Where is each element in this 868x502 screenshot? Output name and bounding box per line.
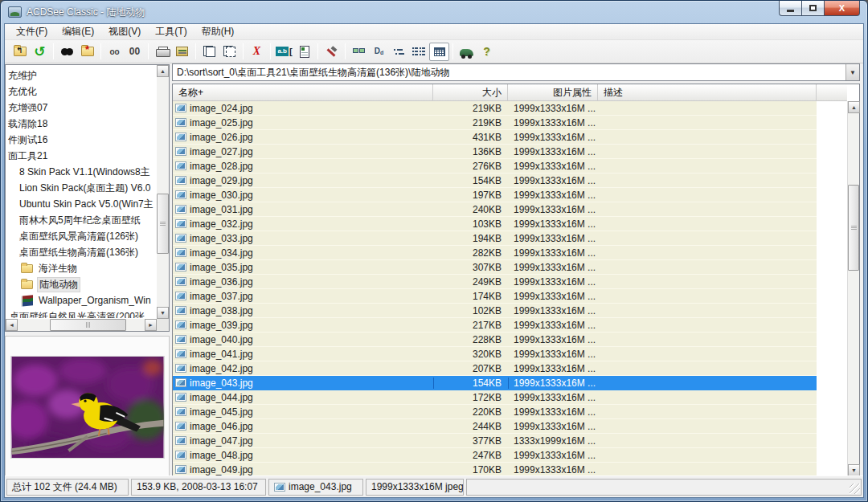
address-dropdown-button[interactable]: ▼ bbox=[845, 64, 859, 80]
view-list-button[interactable] bbox=[409, 43, 429, 61]
column-header-desc[interactable]: 描述 bbox=[598, 84, 817, 100]
file-row[interactable]: image_027.jpg136KB1999x1333x16M ... bbox=[173, 145, 817, 159]
view-details-button[interactable] bbox=[429, 43, 449, 61]
sidebar-item[interactable]: 海洋生物 bbox=[6, 260, 156, 276]
scroll-right-button[interactable]: ► bbox=[145, 319, 157, 331]
file-name: image_036.jpg bbox=[190, 276, 253, 288]
file-name: image_041.jpg bbox=[190, 349, 253, 360]
menu-item[interactable]: 帮助(H) bbox=[194, 23, 242, 40]
refresh-button[interactable]: ↺ bbox=[30, 43, 50, 61]
column-header-props[interactable]: 图片属性 bbox=[508, 84, 598, 100]
file-row[interactable]: image_031.jpg240KB1999x1333x16M ... bbox=[173, 202, 817, 217]
file-row[interactable]: image_029.jpg154KB1999x1333x16M ... bbox=[173, 173, 817, 188]
new-folder-button[interactable]: * bbox=[77, 43, 97, 61]
file-row[interactable]: image_026.jpg431KB1999x1333x16M ... bbox=[173, 130, 817, 145]
file-row[interactable]: image_036.jpg249KB1999x1333x16M ... bbox=[173, 275, 817, 289]
preview-panel bbox=[5, 336, 170, 477]
sidebar-item[interactable]: 桌面壁纸自然风光高清篇(200张 bbox=[6, 308, 156, 318]
minimize-button[interactable] bbox=[779, 1, 802, 16]
grip-icon bbox=[86, 322, 90, 328]
sidebar-item[interactable]: 8 Skin Pack V1.1(Windows8主 bbox=[6, 164, 156, 180]
resize-grip[interactable] bbox=[850, 484, 860, 494]
menu-item[interactable]: 视图(V) bbox=[101, 23, 148, 40]
preview-image[interactable] bbox=[10, 356, 165, 459]
file-row[interactable]: image_030.jpg197KB1999x1333x16M ... bbox=[173, 188, 817, 202]
close-button[interactable]: X bbox=[824, 1, 860, 16]
sidebar-item[interactable]: 件测试16 bbox=[6, 132, 156, 148]
sidebar-item[interactable]: 桌面壁纸风景高清篇(126张) bbox=[6, 228, 156, 244]
address-input[interactable] bbox=[173, 67, 845, 78]
sidebar-item[interactable]: 面工具21 bbox=[6, 148, 156, 164]
file-row[interactable]: image_045.jpg220KB1999x1333x16M ... bbox=[173, 405, 817, 419]
file-size: 220KB bbox=[433, 406, 508, 418]
acquire-button[interactable] bbox=[457, 43, 477, 61]
help-button[interactable]: ? bbox=[477, 43, 497, 61]
maximize-button[interactable] bbox=[802, 1, 824, 16]
convert-button[interactable] bbox=[172, 43, 192, 61]
file-row[interactable]: image_040.jpg228KB1999x1333x16M ... bbox=[173, 333, 817, 347]
toolbar-separator bbox=[195, 43, 196, 59]
column-header-name[interactable]: 名称+ bbox=[173, 84, 433, 100]
scroll-down-button[interactable]: ▼ bbox=[848, 464, 860, 476]
tree-hscroll-thumb[interactable] bbox=[50, 319, 126, 331]
list-scroll-thumb[interactable] bbox=[848, 185, 859, 271]
folder-up-button[interactable]: ↰ bbox=[10, 43, 30, 61]
sidebar-item[interactable]: Lion Skin Pack(桌面主题) V6.0 bbox=[6, 180, 156, 196]
file-row[interactable]: image_043.jpg154KB1999x1333x16M ... bbox=[173, 376, 817, 390]
file-row[interactable]: image_047.jpg377KB1333x1999x16M ... bbox=[173, 434, 817, 448]
column-header-size[interactable]: 大小 bbox=[433, 84, 508, 100]
sidebar-item[interactable]: 载清除18 bbox=[6, 116, 156, 132]
tree-vertical-scrollbar[interactable]: ▲ ▼ bbox=[157, 65, 169, 319]
sidebar-item[interactable]: Ubuntu Skin Pack V5.0(Win7主 bbox=[6, 196, 156, 212]
tools-button[interactable] bbox=[321, 43, 342, 61]
small-circles-button[interactable]: oo bbox=[104, 43, 125, 61]
view-small-icons-button[interactable] bbox=[389, 43, 409, 61]
file-row[interactable]: image_032.jpg103KB1999x1333x16M ... bbox=[173, 217, 817, 231]
sidebar-item[interactable]: 陆地动物 bbox=[6, 276, 156, 292]
file-row[interactable]: image_037.jpg174KB1999x1333x16M ... bbox=[173, 289, 817, 304]
file-row[interactable]: image_048.jpg247KB1999x1333x16M ... bbox=[173, 448, 817, 463]
file-row[interactable]: image_041.jpg320KB1999x1333x16M ... bbox=[173, 347, 817, 361]
file-row[interactable]: image_038.jpg102KB1999x1333x16M ... bbox=[173, 304, 817, 318]
file-row[interactable]: image_024.jpg219KB1999x1333x16M ... bbox=[173, 101, 817, 116]
print-button[interactable] bbox=[152, 43, 172, 61]
scroll-left-button[interactable]: ◄ bbox=[6, 319, 18, 331]
list-vertical-scrollbar[interactable]: ▲ ▼ bbox=[847, 101, 859, 476]
file-row[interactable]: image_046.jpg244KB1999x1333x16M ... bbox=[173, 419, 817, 434]
copy-button[interactable] bbox=[199, 43, 219, 61]
sidebar-item[interactable]: Wallpaper_Organism_Win bbox=[6, 292, 156, 308]
describe-button[interactable] bbox=[294, 43, 314, 61]
file-name: image_031.jpg bbox=[190, 204, 253, 215]
file-row[interactable]: image_035.jpg307KB1999x1333x16M ... bbox=[173, 260, 817, 275]
sidebar-item[interactable]: 充增强07 bbox=[6, 100, 156, 116]
sidebar-item[interactable]: 桌面壁纸生物高清篇(136张) bbox=[6, 244, 156, 260]
view-thumbnails-button[interactable] bbox=[349, 43, 369, 61]
file-row[interactable]: image_028.jpg276KB1999x1333x16M ... bbox=[173, 159, 817, 173]
sidebar-item[interactable]: 充维护 bbox=[6, 67, 156, 84]
scroll-down-button[interactable]: ▼ bbox=[157, 307, 169, 319]
file-row[interactable]: image_025.jpg219KB1999x1333x16M ... bbox=[173, 116, 817, 130]
file-row[interactable]: image_049.jpg170KB1999x1333x16M ... bbox=[173, 463, 817, 476]
tree-horizontal-scrollbar[interactable]: ◄ ► bbox=[6, 319, 157, 331]
sidebar-item[interactable]: 充优化 bbox=[6, 84, 156, 100]
file-row[interactable]: image_039.jpg217KB1999x1333x16M ... bbox=[173, 318, 817, 333]
menu-item[interactable]: 文件(F) bbox=[9, 23, 55, 40]
scroll-up-button[interactable]: ▲ bbox=[848, 101, 860, 113]
move-button[interactable] bbox=[219, 43, 240, 61]
file-row[interactable]: image_034.jpg282KB1999x1333x16M ... bbox=[173, 246, 817, 260]
menu-item[interactable]: 编辑(E) bbox=[55, 23, 101, 40]
file-list: image_024.jpg219KB1999x1333x16M ...image… bbox=[173, 101, 847, 476]
rename-button[interactable]: a.b bbox=[274, 43, 294, 61]
delete-button[interactable]: X bbox=[247, 43, 267, 61]
tree-scroll-thumb[interactable] bbox=[157, 194, 169, 254]
view-icons-button[interactable]: Dd bbox=[369, 43, 389, 61]
file-row[interactable]: image_044.jpg172KB1999x1333x16M ... bbox=[173, 390, 817, 405]
scroll-up-button[interactable]: ▲ bbox=[157, 65, 169, 77]
file-row[interactable]: image_033.jpg194KB1999x1333x16M ... bbox=[173, 231, 817, 246]
title-bar[interactable]: ACDSee Classic - 陆地动物 bbox=[1, 1, 867, 23]
sidebar-item[interactable]: 雨林木风5周年纪念桌面壁纸 bbox=[6, 212, 156, 228]
menu-item[interactable]: 工具(T) bbox=[148, 23, 194, 40]
find-button[interactable] bbox=[57, 43, 77, 61]
large-circles-button[interactable]: 00 bbox=[125, 43, 145, 61]
file-row[interactable]: image_042.jpg207KB1999x1333x16M ... bbox=[173, 361, 817, 376]
